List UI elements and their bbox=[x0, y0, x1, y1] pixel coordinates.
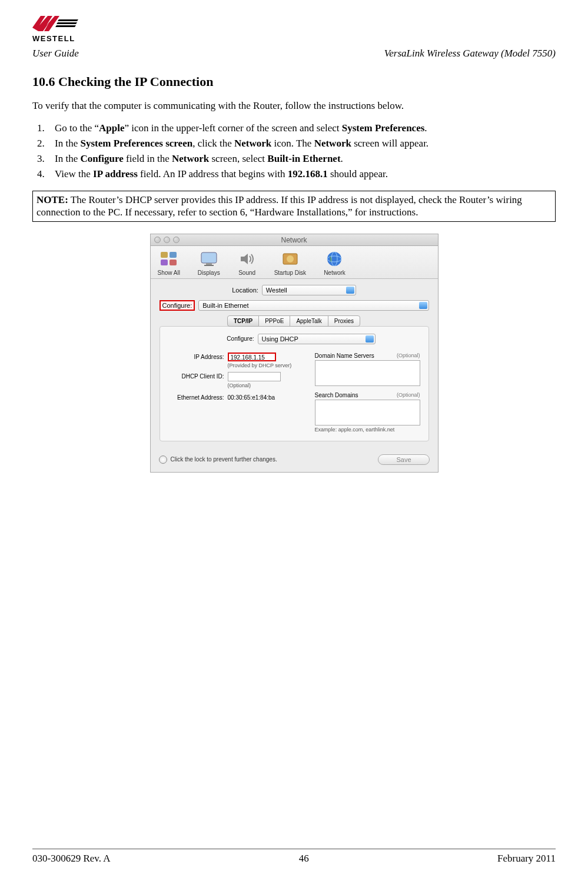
ethernet-address-label: Ethernet Address: bbox=[168, 394, 224, 401]
traffic-lights bbox=[154, 237, 180, 243]
step-4: 4. View the IP address field. An IP addr… bbox=[37, 168, 556, 180]
prefs-toolbar: Show All Displays Sound Startup Disk Net… bbox=[151, 246, 438, 279]
startup-disk-icon bbox=[281, 250, 300, 268]
window-bottom-bar: Click the lock to prevent further change… bbox=[151, 448, 438, 472]
inner-configure-select[interactable]: Using DHCP bbox=[258, 334, 376, 344]
toolbar-sound[interactable]: Sound bbox=[238, 250, 257, 276]
minimize-icon[interactable] bbox=[164, 237, 170, 243]
svg-point-9 bbox=[287, 255, 294, 262]
note-box: NOTE: The Router’s DHCP server provides … bbox=[32, 191, 556, 222]
brand-logo bbox=[32, 15, 556, 34]
header-right: VersaLink Wireless Gateway (Model 7550) bbox=[384, 48, 556, 59]
ip-address-value-highlighted: 192.168.1.15 bbox=[228, 353, 276, 361]
brand-name: WESTELL bbox=[32, 34, 556, 43]
ip-provided-note: (Provided by DHCP server) bbox=[228, 363, 304, 368]
svg-rect-2 bbox=[161, 260, 168, 265]
header-left: User Guide bbox=[32, 48, 79, 59]
tcpip-panel: Configure: Using DHCP IP Address: 192.16… bbox=[160, 326, 429, 441]
svg-rect-5 bbox=[206, 263, 212, 265]
tab-tcpip[interactable]: TCP/IP bbox=[227, 315, 259, 327]
westell-logo-mark bbox=[32, 15, 79, 34]
instruction-list: 1. Go to the “Apple” icon in the upper-l… bbox=[37, 122, 556, 180]
dhcp-client-input[interactable] bbox=[228, 372, 281, 381]
note-text: The Router’s DHCP server provides this I… bbox=[36, 194, 522, 218]
doc-header: User Guide VersaLink Wireless Gateway (M… bbox=[32, 48, 556, 59]
svg-rect-0 bbox=[161, 252, 168, 258]
window-title: Network bbox=[281, 236, 307, 244]
lock-icon bbox=[159, 456, 167, 464]
svg-rect-4 bbox=[201, 252, 217, 263]
save-button[interactable]: Save bbox=[378, 454, 429, 465]
dhcp-client-label: DHCP Client ID: bbox=[168, 373, 224, 380]
display-icon bbox=[200, 250, 218, 268]
section-title: Checking the IP Connection bbox=[58, 74, 213, 89]
svg-point-10 bbox=[327, 252, 341, 266]
step-3: 3. In the Configure field in the Network… bbox=[37, 153, 556, 165]
toolbar-show-all[interactable]: Show All bbox=[158, 250, 180, 276]
mac-network-screenshot: Network Show All Displays Sound Startup … bbox=[150, 234, 438, 473]
configure-select[interactable]: Built-in Ethernet bbox=[198, 300, 428, 311]
location-label: Location: bbox=[232, 287, 258, 294]
tab-appletalk[interactable]: AppleTalk bbox=[290, 315, 328, 327]
toolbar-displays[interactable]: Displays bbox=[198, 250, 220, 276]
ethernet-address-value: 00:30:65:e1:84:ba bbox=[228, 394, 275, 401]
ip-address-label: IP Address: bbox=[168, 354, 224, 360]
step-1: 1. Go to the “Apple” icon in the upper-l… bbox=[37, 122, 556, 134]
svg-rect-6 bbox=[204, 265, 214, 266]
intro-paragraph: To verify that the computer is communica… bbox=[32, 100, 556, 112]
globe-icon bbox=[325, 250, 344, 268]
footer-page-number: 46 bbox=[299, 853, 309, 865]
location-select[interactable]: Westell bbox=[262, 285, 356, 295]
tab-pppoe[interactable]: PPPoE bbox=[258, 315, 290, 327]
inner-configure-label: Configure: bbox=[213, 335, 254, 342]
configure-label-highlighted: Configure: bbox=[160, 300, 195, 311]
dns-label: Domain Name Servers bbox=[315, 353, 374, 359]
search-optional: (Optional) bbox=[397, 392, 420, 398]
example-text: Example: apple.com, earthlink.net bbox=[315, 427, 420, 433]
sound-icon bbox=[238, 250, 257, 268]
dns-optional: (Optional) bbox=[397, 353, 420, 359]
svg-rect-3 bbox=[170, 260, 177, 265]
toolbar-network[interactable]: Network bbox=[324, 250, 346, 276]
grid-icon bbox=[160, 250, 178, 268]
section-heading: 10.6 Checking the IP Connection bbox=[32, 74, 556, 89]
page-footer: 030-300629 Rev. A 46 February 2011 bbox=[32, 849, 556, 865]
panel-body: Location: Westell Configure: Built-in Et… bbox=[151, 279, 438, 448]
lock-area[interactable]: Click the lock to prevent further change… bbox=[159, 456, 277, 464]
close-icon[interactable] bbox=[154, 237, 161, 243]
dhcp-optional-note: (Optional) bbox=[228, 383, 304, 388]
lock-text: Click the lock to prevent further change… bbox=[171, 456, 277, 463]
zoom-icon[interactable] bbox=[173, 237, 180, 243]
section-number: 10.6 bbox=[32, 74, 55, 89]
search-domains-label: Search Domains bbox=[315, 392, 358, 398]
tab-bar: TCP/IP PPPoE AppleTalk Proxies bbox=[160, 315, 429, 327]
note-label: NOTE: bbox=[36, 194, 68, 205]
footer-left: 030-300629 Rev. A bbox=[32, 853, 111, 865]
step-2: 2. In the System Preferences screen, cli… bbox=[37, 138, 556, 149]
tab-proxies[interactable]: Proxies bbox=[328, 315, 360, 327]
dns-textarea[interactable] bbox=[315, 360, 420, 386]
svg-marker-7 bbox=[241, 254, 248, 264]
footer-right: February 2011 bbox=[497, 853, 556, 865]
search-domains-textarea[interactable] bbox=[315, 400, 420, 425]
toolbar-startup-disk[interactable]: Startup Disk bbox=[274, 250, 306, 276]
window-titlebar: Network bbox=[151, 234, 438, 246]
svg-rect-1 bbox=[170, 252, 177, 258]
